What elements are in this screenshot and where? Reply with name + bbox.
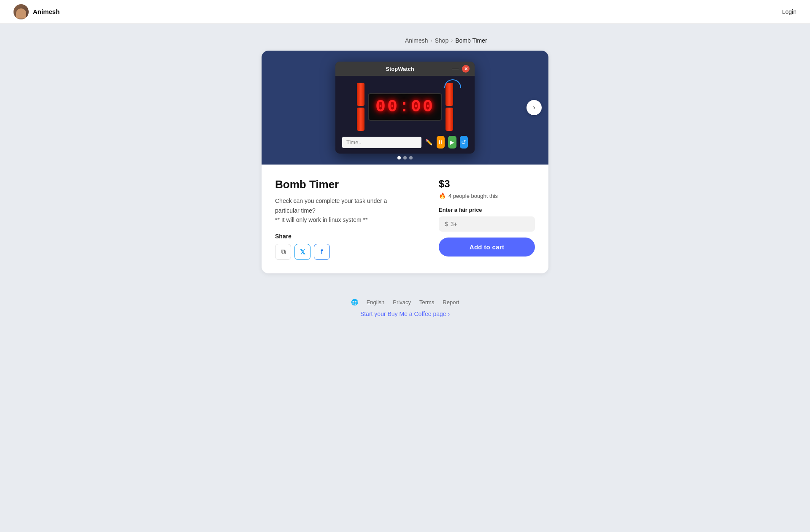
carousel-next-button[interactable]: › [526, 100, 542, 115]
header-left: Animesh [14, 4, 59, 19]
copy-icon: ⧉ [281, 248, 286, 256]
breadcrumb: Animesh › Shop › Bomb Timer [262, 37, 548, 51]
sw-close-icon: ✕ [462, 65, 470, 73]
dollar-sign: $ [445, 221, 448, 227]
sw-input-row: ✏️ ⏸ ▶ ↺ [340, 136, 470, 149]
share-label: Share [275, 233, 408, 240]
avatar [14, 4, 29, 19]
share-twitter-button[interactable]: 𝕏 [294, 244, 310, 260]
price-input-wrapper: $ [439, 216, 535, 232]
add-to-cart-button[interactable]: Add to cart [439, 238, 535, 257]
footer-links: 🌐 English Privacy Terms Report [0, 299, 810, 305]
breadcrumb-shop[interactable]: Shop [435, 37, 448, 44]
twitter-icon: 𝕏 [300, 248, 305, 256]
sw-controls: — ✕ [452, 65, 470, 73]
carousel-dots [397, 156, 413, 159]
bomb-stick-4 [446, 108, 453, 131]
footer-privacy[interactable]: Privacy [393, 299, 411, 305]
desc-line-1: Check can you complete your task under a… [275, 196, 408, 215]
desc-line-2: ** It will only work in linux system ** [275, 215, 408, 224]
sw-pencil-button[interactable]: ✏️ [425, 136, 433, 149]
login-button[interactable]: Login [782, 8, 796, 15]
sw-minimize-icon: — [452, 65, 459, 72]
stopwatch-window: StopWatch — ✕ 00:00 [335, 62, 475, 154]
buyers-count: 4 people bought this [448, 193, 498, 199]
carousel-dot-1[interactable] [397, 156, 401, 159]
product-title: Bomb Timer [275, 178, 408, 191]
footer: 🌐 English Privacy Terms Report Start you… [0, 273, 810, 334]
bomb-stick-2 [357, 108, 364, 131]
breadcrumb-animesh[interactable]: Animesh [405, 37, 428, 44]
refresh-icon: ↺ [461, 139, 466, 146]
breadcrumb-sep-1: › [430, 38, 432, 43]
product-description: Check can you complete your task under a… [275, 196, 408, 224]
sw-refresh-button[interactable]: ↺ [460, 136, 468, 149]
timer-display: 00:00 [368, 93, 442, 121]
arrow-right-icon: › [533, 104, 535, 111]
content-section: Bomb Timer Check can you complete your t… [262, 165, 548, 273]
buyers-row: 🔥 4 people bought this [439, 192, 535, 199]
main-content: Animesh › Shop › Bomb Timer StopWatch — … [0, 24, 810, 368]
product-card: StopWatch — ✕ 00:00 [262, 51, 548, 273]
share-buttons: ⧉ 𝕏 f [275, 244, 408, 260]
footer-cta: Start your Buy Me a Coffee page › [0, 311, 810, 317]
footer-report[interactable]: Report [443, 299, 459, 305]
footer-language[interactable]: English [367, 299, 385, 305]
product-price: $3 [439, 178, 535, 190]
pause-icon: ⏸ [437, 139, 443, 146]
price-input[interactable] [451, 221, 529, 227]
bomb-stick-1 [357, 83, 364, 106]
globe-icon: 🌐 [351, 299, 358, 305]
footer-terms[interactable]: Terms [419, 299, 434, 305]
header: Animesh Login [0, 0, 810, 24]
footer-cta-link[interactable]: Start your Buy Me a Coffee page › [360, 311, 450, 317]
carousel-dot-3[interactable] [409, 156, 413, 159]
breadcrumb-sep-2: › [451, 38, 453, 43]
sw-pause-button[interactable]: ⏸ [437, 136, 445, 149]
content-right: $3 🔥 4 people bought this Enter a fair p… [425, 178, 535, 260]
sw-body: 00:00 ✏️ ⏸ ▶ [335, 76, 475, 154]
breadcrumb-current: Bomb Timer [455, 37, 487, 44]
bomb-container: 00:00 [340, 83, 470, 131]
facebook-icon: f [321, 248, 323, 256]
header-username: Animesh [33, 8, 59, 15]
fire-icon: 🔥 [439, 192, 446, 199]
sw-titlebar: StopWatch — ✕ [335, 62, 475, 76]
fair-price-label: Enter a fair price [439, 207, 535, 213]
product-image-section: StopWatch — ✕ 00:00 [262, 51, 548, 165]
bomb-right [446, 83, 453, 131]
fuse [444, 79, 461, 88]
sw-title: StopWatch [348, 66, 452, 72]
play-icon: ▶ [450, 139, 454, 146]
share-facebook-button[interactable]: f [314, 244, 330, 260]
avatar-image [14, 4, 29, 19]
content-left: Bomb Timer Check can you complete your t… [275, 178, 425, 260]
share-copy-button[interactable]: ⧉ [275, 244, 291, 260]
footer-cta-text: Start your Buy Me a Coffee page [360, 311, 446, 317]
sw-time-input[interactable] [342, 137, 421, 148]
footer-cta-arrow: › [448, 311, 450, 317]
carousel-dot-2[interactable] [403, 156, 407, 159]
sw-play-button[interactable]: ▶ [448, 136, 456, 149]
bomb-left [357, 83, 364, 131]
